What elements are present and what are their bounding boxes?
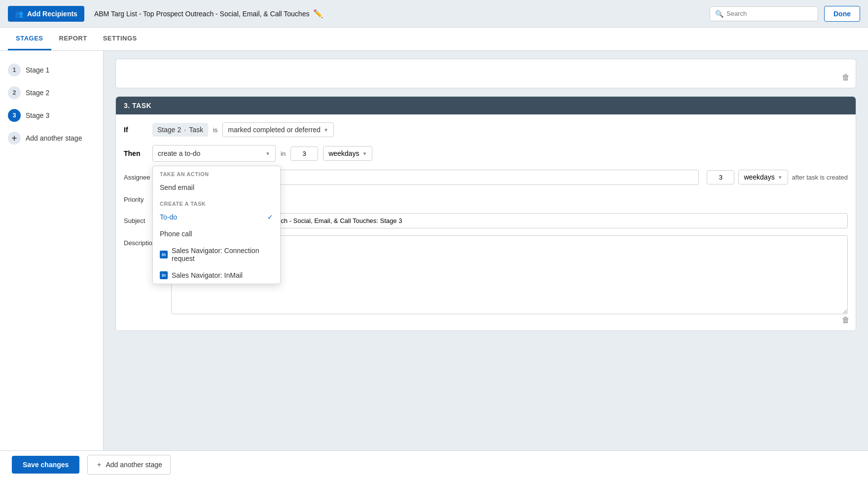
stage3-label: Stage 3 — [26, 111, 49, 119]
linkedin-inmail-icon: in — [160, 271, 168, 279]
main-layout: 1 Stage 1 2 Stage 2 3 Stage 3 + Add anot… — [0, 51, 868, 478]
bottom-bar: Save changes ＋ Add another stage — [0, 450, 868, 478]
add-recipients-button[interactable]: 👥 Add Recipients — [8, 6, 84, 22]
search-input[interactable] — [726, 10, 813, 17]
add-stage-number: + — [8, 132, 21, 145]
then-chevron-icon: ▼ — [265, 151, 270, 156]
then-select-wrapper: create a to-do ▼ TAKE AN ACTION Send ema… — [152, 145, 276, 162]
days-input[interactable] — [290, 147, 318, 161]
tab-report[interactable]: REPORT — [51, 28, 95, 50]
action-dropdown-menu: TAKE AN ACTION Send email CREATE A TASK … — [152, 166, 281, 284]
due-days-input[interactable] — [707, 170, 734, 184]
delete-previous-icon[interactable]: 🗑 — [842, 73, 850, 82]
send-email-option[interactable]: Send email — [153, 179, 280, 196]
due-weekdays-select[interactable]: weekdays ▼ — [738, 170, 788, 184]
search-wrapper: 🔍 — [710, 6, 818, 21]
condition-is-text: is — [213, 126, 217, 134]
stage-card-header: 3. TASK — [116, 97, 856, 114]
due-row: weekdays ▼ after task is created — [707, 170, 848, 184]
edit-icon[interactable]: ✏️ — [313, 9, 323, 18]
plus-icon: ＋ — [96, 460, 103, 469]
delete-task-icon[interactable]: 🗑 — [842, 316, 850, 325]
add-another-stage-button[interactable]: ＋ Add another stage — [87, 455, 170, 475]
condition-stage-pill: Stage 2 · Task — [152, 123, 208, 137]
due-weekdays-chevron-icon: ▼ — [778, 175, 783, 180]
then-row: Then create a to-do ▼ TAKE AN ACTION Sen… — [124, 145, 848, 162]
if-row: If Stage 2 · Task is marked completed or… — [124, 122, 848, 137]
done-button[interactable]: Done — [824, 6, 860, 22]
tab-stages[interactable]: STAGES — [8, 28, 51, 50]
previous-stage-card: 🗑 — [115, 59, 856, 88]
stage1-label: Stage 1 — [26, 66, 49, 74]
todo-option[interactable]: To-do ✓ — [153, 209, 280, 225]
page-title: ABM Targ List - Top Prospect Outreach - … — [94, 9, 710, 18]
take-action-section-label: TAKE AN ACTION — [153, 166, 280, 179]
if-label: If — [124, 126, 147, 134]
search-icon: 🔍 — [715, 10, 723, 18]
add-stage-label: Add another stage — [26, 134, 82, 142]
then-label: Then — [124, 149, 147, 157]
sidebar-item-stage3[interactable]: 3 Stage 3 — [0, 104, 103, 127]
linkedin-icon: in — [160, 251, 168, 258]
weekdays-select[interactable]: weekdays ▼ — [323, 146, 372, 161]
create-task-section-label: CREATE A TASK — [153, 196, 280, 209]
sales-nav-connection-option[interactable]: in Sales Navigator: Connection request — [153, 242, 280, 267]
in-label: in — [281, 150, 286, 157]
then-action-select[interactable]: create a to-do ▼ — [152, 145, 276, 162]
sidebar-item-stage1[interactable]: 1 Stage 1 — [0, 59, 103, 81]
topbar: 👥 Add Recipients ABM Targ List - Top Pro… — [0, 0, 868, 28]
stage2-number: 2 — [8, 86, 21, 99]
stage3-number: 3 — [8, 109, 21, 122]
condition-value-select[interactable]: marked completed or deferred ▼ — [222, 122, 333, 137]
sidebar: 1 Stage 1 2 Stage 2 3 Stage 3 + Add anot… — [0, 51, 104, 478]
tab-settings[interactable]: SETTINGS — [95, 28, 145, 50]
check-icon: ✓ — [267, 213, 273, 221]
tabs-bar: STAGES REPORT SETTINGS — [0, 28, 868, 51]
stage2-label: Stage 2 — [26, 89, 49, 97]
users-icon: 👥 — [15, 10, 23, 18]
stage-card-body: If Stage 2 · Task is marked completed or… — [116, 114, 856, 331]
sales-nav-inmail-option[interactable]: in Sales Navigator: InMail — [153, 267, 280, 284]
stage3-task-card: 3. TASK If Stage 2 · Task is marked comp… — [115, 96, 856, 331]
stage1-number: 1 — [8, 64, 21, 76]
weekdays-chevron-icon: ▼ — [362, 151, 367, 156]
chevron-down-icon: ▼ — [324, 127, 328, 133]
content-area: 🗑 3. TASK If Stage 2 · Task is mar — [104, 51, 868, 478]
phone-call-option[interactable]: Phone call — [153, 225, 280, 242]
save-changes-button[interactable]: Save changes — [12, 456, 79, 474]
sidebar-item-stage2[interactable]: 2 Stage 2 — [0, 81, 103, 104]
due-after-label: after task is created — [792, 174, 848, 181]
sidebar-item-add-stage[interactable]: + Add another stage — [0, 127, 103, 149]
